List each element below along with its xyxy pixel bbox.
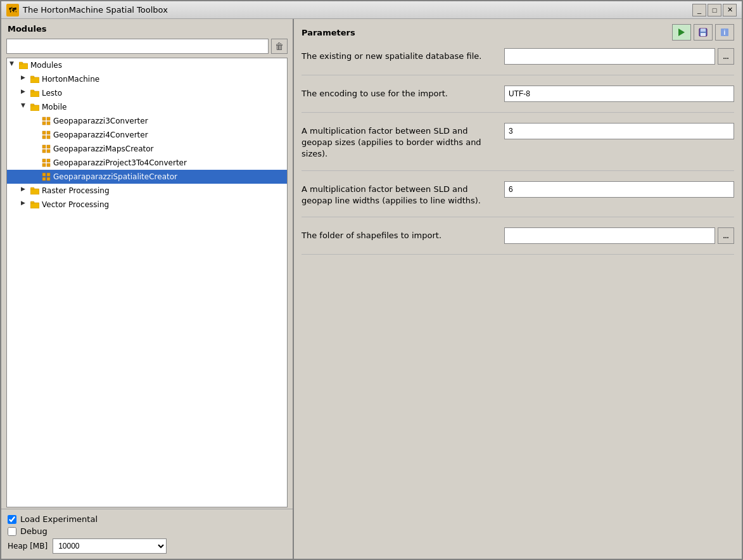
tree-arrow-mobile[interactable]: ▼ (21, 102, 30, 112)
main-window: 🗺 The HortonMachine Spatial Toolbox _ □ … (0, 0, 743, 560)
save-button[interactable] (694, 24, 713, 41)
tree-label-raster: Raster Processing (42, 186, 110, 195)
svg-rect-4 (30, 77, 39, 83)
debug-label[interactable]: Debug (20, 526, 48, 536)
tree-arrow-geopaparazzispatialite (32, 172, 41, 182)
svg-rect-8 (30, 90, 34, 92)
param-input-area-encoding (504, 86, 734, 102)
tree-item-mobile[interactable]: ▼Mobile (7, 100, 287, 114)
tree-container[interactable]: ▼Modules▶HortonMachine▶Lesto▼Mobile Geop… (6, 58, 288, 507)
svg-rect-24 (42, 159, 46, 162)
module-icon (41, 116, 51, 126)
param-label-db_file: The existing or new spatialite database … (302, 48, 504, 62)
svg-rect-34 (30, 188, 34, 189)
window-title: The HortonMachine Spatial Toolbox (23, 5, 168, 15)
svg-rect-21 (47, 145, 50, 148)
folder-icon (18, 60, 29, 70)
param-row-db_file: The existing or new spatialite database … (302, 48, 734, 75)
svg-rect-7 (30, 91, 39, 97)
heap-select[interactable]: 10000 5000 2000 1000 (53, 538, 167, 554)
tree-item-lesto[interactable]: ▶Lesto (7, 86, 287, 100)
svg-rect-33 (30, 189, 39, 194)
load-experimental-label[interactable]: Load Experimental (20, 514, 98, 524)
module-icon (41, 130, 51, 140)
param-input-area-db_file: ... (504, 48, 734, 65)
tree-arrow-lesto[interactable]: ▶ (21, 88, 30, 98)
tree-arrow-modules[interactable]: ▼ (10, 60, 18, 70)
param-input-encoding[interactable] (504, 86, 734, 102)
svg-rect-1 (19, 63, 28, 69)
search-input[interactable] (6, 39, 269, 54)
svg-rect-27 (47, 163, 50, 167)
tree-arrow-hortonmachine[interactable]: ▶ (21, 74, 30, 84)
param-input-shapefiles_folder[interactable] (504, 227, 715, 244)
svg-rect-22 (42, 150, 46, 153)
module-icon (41, 158, 51, 168)
tree-item-geopaparazzi4[interactable]: Geopaparazzi4Converter (7, 128, 287, 142)
param-row-sld_linewidth: A multiplication factor between SLD and … (302, 181, 734, 217)
svg-rect-25 (47, 159, 50, 162)
tree-item-vector[interactable]: ▶Vector Processing (7, 198, 287, 212)
folder-icon (30, 102, 40, 112)
app-icon: 🗺 (6, 4, 19, 16)
tree-item-hortonmachine[interactable]: ▶HortonMachine (7, 72, 287, 86)
tree-label-modules: Modules (30, 61, 62, 70)
params-title: Parameters (302, 28, 355, 37)
tree-item-geopaparazziproject[interactable]: GeopaparazziProject3To4Converter (7, 156, 287, 170)
svg-rect-37 (30, 201, 34, 203)
svg-rect-14 (42, 122, 46, 125)
close-button[interactable]: ✕ (723, 4, 737, 16)
svg-rect-40 (701, 29, 706, 32)
load-experimental-checkbox[interactable] (8, 515, 16, 524)
tree-label-mobile: Mobile (42, 103, 67, 111)
param-input-sld_border[interactable] (504, 123, 734, 139)
param-input-sld_linewidth[interactable] (504, 181, 734, 198)
tree-item-modules[interactable]: ▼Modules (7, 58, 287, 72)
folder-icon (30, 186, 40, 196)
svg-rect-19 (47, 136, 50, 139)
tree-item-geopaparazzimaps[interactable]: GeopaparazziMapsCreator (7, 142, 287, 156)
heap-row: Heap [MB] 10000 5000 2000 1000 (8, 538, 286, 554)
tree-item-geopaparazzispatialite[interactable]: GeoparaparazziSpatialiteCreator (7, 170, 287, 184)
right-header: Parameters (294, 19, 742, 43)
tree-label-geopaparazzimaps: GeopaparazziMapsCreator (53, 144, 154, 153)
debug-checkbox[interactable] (8, 527, 16, 536)
info-icon: i (720, 27, 730, 37)
minimize-button[interactable]: _ (692, 4, 706, 16)
run-button[interactable] (672, 24, 691, 41)
tree-arrow-vector[interactable]: ▶ (21, 200, 30, 210)
folder-icon (30, 88, 40, 98)
tree-arrow-geopaparazzimaps (32, 144, 41, 154)
browse-button-db_file[interactable]: ... (718, 48, 734, 65)
param-input-area-sld_linewidth (504, 181, 734, 198)
browse-button-shapefiles_folder[interactable]: ... (718, 227, 734, 244)
svg-text:i: i (724, 29, 726, 36)
info-button[interactable]: i (715, 24, 734, 41)
param-label-encoding: The encoding to use for the import. (302, 86, 504, 99)
clear-search-button[interactable]: 🗑 (271, 39, 288, 54)
svg-marker-38 (678, 29, 685, 36)
param-row-encoding: The encoding to use for the import. (302, 86, 734, 113)
tree-arrow-geopaparazzi4 (32, 130, 41, 140)
param-input-area-sld_border (504, 123, 734, 139)
tree-item-raster[interactable]: ▶Raster Processing (7, 184, 287, 198)
param-input-db_file[interactable] (504, 48, 715, 65)
svg-rect-28 (42, 173, 46, 176)
param-row-shapefiles_folder: The folder of shapefiles to import.... (302, 227, 734, 255)
tree-item-geopaparazzi3[interactable]: Geopaparazzi3Converter (7, 114, 287, 128)
modules-header: Modules (1, 19, 293, 36)
svg-rect-17 (47, 131, 50, 134)
svg-rect-18 (42, 136, 46, 139)
svg-rect-26 (42, 163, 46, 167)
search-bar: 🗑 (1, 36, 293, 56)
save-icon (698, 27, 708, 37)
debug-row: Debug (8, 526, 286, 536)
heap-label: Heap [MB] (8, 542, 48, 550)
maximize-button[interactable]: □ (708, 4, 721, 16)
param-label-sld_linewidth: A multiplication factor between SLD and … (302, 181, 504, 207)
left-panel: Modules 🗑 ▼Modules▶HortonMachine▶Lesto▼M… (1, 19, 294, 559)
folder-icon (30, 74, 40, 84)
tree-arrow-raster[interactable]: ▶ (21, 186, 30, 196)
svg-rect-31 (47, 177, 50, 181)
svg-rect-10 (30, 105, 39, 111)
